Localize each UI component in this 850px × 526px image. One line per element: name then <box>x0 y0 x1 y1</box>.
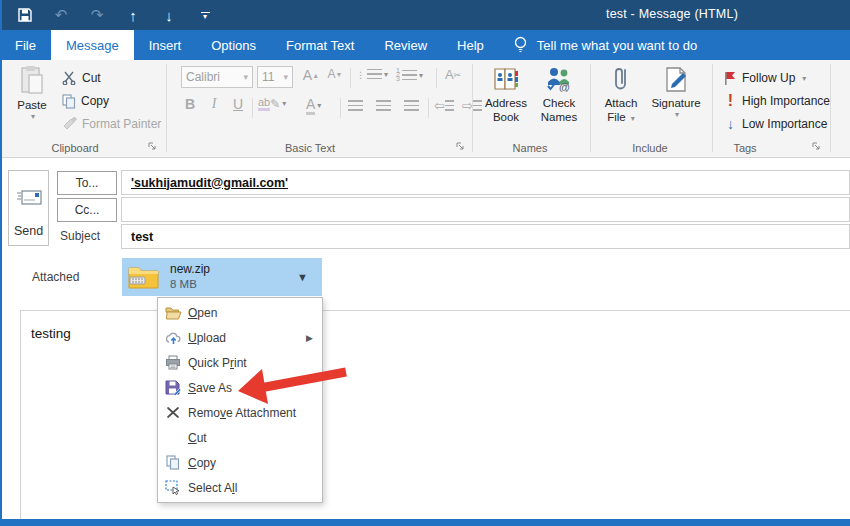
paste-button[interactable]: Paste ▾ <box>10 65 54 122</box>
low-importance-icon: ↓ <box>724 116 737 132</box>
attachment-chip[interactable]: new.zip 8 MB ▼ <box>122 258 322 296</box>
address-book-icon <box>492 66 520 92</box>
cc-field[interactable] <box>121 197 850 222</box>
ribbon-tab-strip: FileMessageInsertOptionsFormat TextRevie… <box>0 30 850 60</box>
font-size-dropdown-icon: ▾ <box>283 72 288 82</box>
save-as-icon <box>158 380 188 395</box>
clear-formatting-button[interactable]: A✂ <box>443 67 463 82</box>
attach-file-button[interactable]: Attach File ▾ <box>598 66 644 125</box>
tab-insert[interactable]: Insert <box>134 30 197 60</box>
attachment-dropdown-icon[interactable]: ▼ <box>297 271 308 283</box>
window-border-left <box>0 0 2 526</box>
shrink-font-button[interactable]: A▼ <box>324 67 346 81</box>
send-label: Send <box>14 224 43 238</box>
italic-button[interactable]: I <box>205 96 223 112</box>
menu-item-label: Cut <box>188 431 207 445</box>
tab-help[interactable]: Help <box>442 30 499 60</box>
undo-icon[interactable]: ↶ <box>50 4 72 26</box>
message-header: Send To... 'sukhijamudit@gmail.com' Cc..… <box>0 159 850 310</box>
menu-item-remove-attachment[interactable]: Remove Attachment <box>158 400 322 425</box>
attachment-name: new.zip <box>170 262 210 277</box>
copy-icon <box>62 94 76 109</box>
decrease-indent-button[interactable]: ⇦ <box>434 98 454 113</box>
move-up-icon[interactable]: ↑ <box>122 4 144 26</box>
check-names-icon: @ <box>545 66 573 92</box>
format-painter-button[interactable]: Format Painter <box>62 114 161 134</box>
to-button[interactable]: To... <box>57 171 117 195</box>
font-size-combo[interactable]: 11▾ <box>257 66 293 88</box>
menu-item-save-as[interactable]: Save As <box>158 375 322 400</box>
window-title: test - Message (HTML) <box>606 7 738 21</box>
body-text: testing <box>31 326 71 341</box>
tab-review[interactable]: Review <box>369 30 442 60</box>
paste-label: Paste <box>17 98 46 112</box>
window-border-bottom <box>0 519 850 526</box>
bold-button[interactable]: B <box>181 96 199 112</box>
menu-item-open[interactable]: Open <box>158 300 322 325</box>
customize-qat-icon[interactable]: ▾ <box>194 4 216 26</box>
upload-cloud-icon <box>158 331 188 345</box>
tab-options[interactable]: Options <box>196 30 271 60</box>
save-icon[interactable] <box>14 4 36 26</box>
menu-item-label: Upload <box>188 331 226 345</box>
basic-text-dialog-launcher-icon[interactable] <box>456 142 466 152</box>
cut-label: Cut <box>82 71 101 85</box>
menu-item-upload[interactable]: Upload▶ <box>158 325 322 350</box>
align-center-button[interactable] <box>376 100 391 111</box>
to-recipient[interactable]: 'sukhijamudit@gmail.com' <box>131 176 288 190</box>
follow-up-label: Follow Up <box>742 71 795 85</box>
message-body[interactable]: testing <box>20 310 850 526</box>
signature-button[interactable]: Signature ▾ <box>648 66 704 120</box>
text-highlight-button[interactable]: ab✎▾ <box>258 96 286 111</box>
font-color-button[interactable]: A▾ <box>306 96 321 115</box>
follow-up-flag-icon <box>724 71 737 86</box>
low-importance-button[interactable]: ↓ Low Importance <box>724 114 827 134</box>
tags-dialog-launcher-icon[interactable] <box>812 142 822 152</box>
redo-icon[interactable]: ↷ <box>86 4 108 26</box>
menu-item-label: Copy <box>188 456 216 470</box>
tab-message[interactable]: Message <box>51 30 134 60</box>
to-field[interactable]: 'sukhijamudit@gmail.com' <box>121 170 850 195</box>
menu-item-select-all[interactable]: Select All <box>158 475 322 500</box>
bullets-button[interactable]: ⋮▾ <box>356 69 388 80</box>
cut-button[interactable]: Cut <box>62 68 101 88</box>
paperclip-icon <box>612 66 630 94</box>
tags-group-label: Tags <box>700 142 790 154</box>
copy-pages-icon <box>158 455 188 470</box>
submenu-arrow-icon: ▶ <box>306 333 313 343</box>
printer-icon <box>158 355 188 370</box>
move-down-icon[interactable]: ↓ <box>158 4 180 26</box>
tell-me-label: Tell me what you want to do <box>537 38 697 53</box>
tell-me-box[interactable]: Tell me what you want to do <box>499 30 697 60</box>
grow-font-button[interactable]: A▲ <box>300 67 322 83</box>
menu-item-copy[interactable]: Copy <box>158 450 322 475</box>
address-book-button[interactable]: Address Book <box>480 66 532 125</box>
numbering-button[interactable]: 123▾ <box>396 69 423 81</box>
zip-folder-icon <box>128 264 160 290</box>
copy-button[interactable]: Copy <box>62 91 109 111</box>
signature-icon <box>663 66 689 94</box>
signature-dropdown-icon: ▾ <box>675 110 679 120</box>
menu-item-cut[interactable]: Cut <box>158 425 322 450</box>
format-painter-icon <box>62 117 77 131</box>
check-names-button[interactable]: @ Check Names <box>534 66 584 125</box>
tab-format-text[interactable]: Format Text <box>271 30 369 60</box>
attachment-context-menu: OpenUpload▶Quick PrintSave AsRemove Atta… <box>157 297 323 503</box>
underline-button[interactable]: U <box>229 96 247 112</box>
tab-file[interactable]: File <box>0 30 51 60</box>
menu-item-quick-print[interactable]: Quick Print <box>158 350 322 375</box>
subject-field[interactable]: test <box>121 224 850 249</box>
cc-button[interactable]: Cc... <box>57 198 117 222</box>
font-name-combo[interactable]: Calibri▾ <box>181 66 253 88</box>
high-importance-button[interactable]: ! High Importance <box>724 91 830 111</box>
follow-up-button[interactable]: Follow Up ▾ <box>724 68 806 88</box>
align-right-button[interactable] <box>404 100 419 111</box>
attached-label: Attached <box>32 270 79 284</box>
send-button[interactable]: Send <box>8 170 49 246</box>
select-all-icon <box>158 480 188 495</box>
menu-item-label: Open <box>188 306 217 320</box>
align-left-button[interactable] <box>348 100 363 111</box>
clipboard-dialog-launcher-icon[interactable] <box>148 142 158 152</box>
attachment-size: 8 MB <box>170 277 210 291</box>
font-name-dropdown-icon: ▾ <box>243 72 248 82</box>
